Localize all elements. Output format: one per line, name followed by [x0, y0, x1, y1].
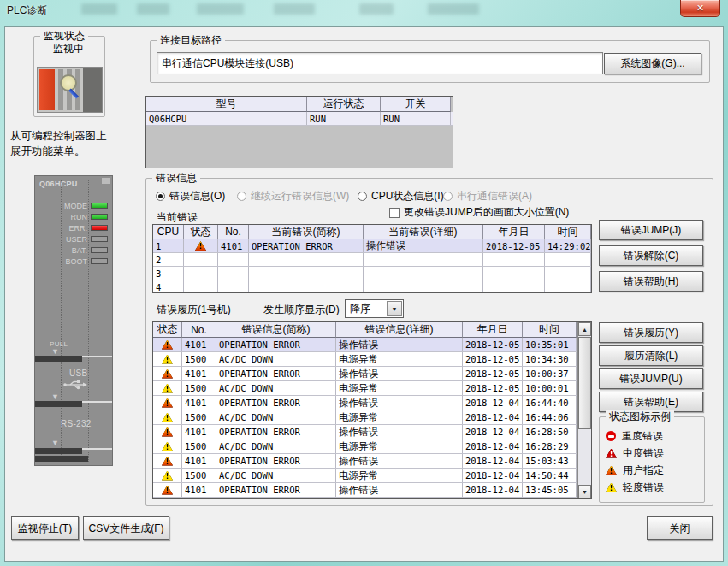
column-header[interactable]: 错误信息(详细): [336, 322, 463, 338]
table-row[interactable]: 4101OPERATION ERROR操作错误2018-12-0416:44:4…: [153, 396, 591, 410]
radio-1[interactable]: 错误信息(O): [156, 189, 225, 203]
table-row[interactable]: 4101OPERATION ERROR操作错误2018-12-0510:00:3…: [153, 367, 591, 381]
table-row[interactable]: 4101OPERATION ERROR操作错误2018-12-0510:35:0…: [153, 338, 591, 352]
column-header[interactable]: 当前错误(简称): [249, 225, 364, 239]
column-header[interactable]: 时间: [545, 225, 591, 239]
history-scrollbar[interactable]: ▲ ▼: [577, 322, 591, 498]
error-history-button[interactable]: 错误履历(Y): [599, 322, 703, 343]
table-row[interactable]: 1500AC/DC DOWN电源异常2018-12-0416:28:29: [153, 439, 591, 454]
table-row[interactable]: 4101OPERATION ERROR操作错误2018-12-0413:45:0…: [153, 483, 591, 498]
scroll-down-icon[interactable]: ▼: [578, 485, 591, 498]
column-header[interactable]: CPU: [153, 225, 184, 239]
user-warning-icon: [162, 398, 173, 408]
column-header[interactable]: 年月日: [463, 322, 523, 338]
monitor-stop-button[interactable]: 监视停止(T): [11, 516, 79, 540]
table-cell: [364, 280, 483, 293]
monitor-status-thumbnail[interactable]: [37, 67, 103, 113]
current-errors-table[interactable]: CPU状态No.当前错误(简称)当前错误(详细)年月日时间14101OPERAT…: [152, 224, 592, 293]
rs232-label: RS-232: [61, 419, 92, 428]
table-row[interactable]: 1500AC/DC DOWN电源异常2018-12-0510:34:30: [153, 352, 591, 367]
connection-path-value: 串行通信CPU模块连接(USB): [162, 56, 293, 71]
module-divider-line: [82, 448, 112, 450]
table-row[interactable]: 3: [153, 267, 591, 280]
usb-icon: [62, 380, 88, 390]
table-cell: 16:28:29: [523, 439, 577, 453]
table-cell: [364, 267, 483, 280]
error-help-button[interactable]: 错误帮助(H): [599, 271, 703, 292]
resize-jump-checkbox[interactable]: 更改错误JUMP后的画面大小位置(N): [389, 205, 569, 220]
error-jump-button[interactable]: 错误JUMP(J): [599, 220, 703, 240]
table-row[interactable]: 4101OPERATION ERROR操作错误2018-12-0416:28:5…: [153, 425, 591, 439]
table-row[interactable]: 14101OPERATION ERROR操作错误2018-12-0514:29:…: [153, 239, 591, 253]
legend-label: 重度错误: [622, 429, 663, 444]
table-row[interactable]: Q06HCPURUNRUN: [146, 112, 453, 126]
radio-label: 串行通信错误(A): [457, 189, 532, 203]
column-header[interactable]: No.: [218, 225, 249, 239]
column-header[interactable]: 时间: [523, 322, 577, 338]
history-clear-button[interactable]: 履历清除(L): [599, 345, 703, 366]
model-table[interactable]: 型号运行状态开关Q06HCPURUNRUN: [145, 96, 453, 168]
table-cell: [153, 352, 182, 366]
user-warning-icon: [162, 486, 173, 495]
table-row[interactable]: 1500AC/DC DOWN电源异常2018-12-0510:00:01: [153, 381, 591, 396]
checkbox-box: [389, 208, 400, 218]
user-warning-icon: [162, 427, 173, 437]
scrollbar-thumb[interactable]: [578, 337, 591, 429]
table-cell: OPERATION ERROR: [216, 338, 336, 351]
column-header[interactable]: 年月日: [483, 225, 545, 239]
error-history-table[interactable]: ▲ ▼ 状态No.错误信息(简称)错误信息(详细)年月日时间4101OPERAT…: [152, 321, 592, 499]
table-cell: [483, 280, 545, 293]
column-header[interactable]: 当前错误(详细): [364, 225, 483, 239]
table-cell: AC/DC DOWN: [216, 439, 336, 453]
table-cell: 电源异常: [336, 352, 463, 366]
column-header[interactable]: No.: [182, 322, 216, 338]
monitor-status-value: 监视中: [33, 42, 104, 56]
error-clear-button[interactable]: 错误解除(C): [599, 245, 703, 266]
plc-rack-red-module: [39, 69, 55, 110]
table-cell: [218, 267, 249, 280]
table-cell: 4101: [182, 483, 216, 497]
table-cell: [545, 253, 591, 266]
table-cell: 4: [153, 280, 184, 293]
table-header-row: 状态No.错误信息(简称)错误信息(详细)年月日时间: [153, 322, 591, 338]
table-row[interactable]: 1500AC/DC DOWN电源异常2018-12-0416:44:06: [153, 410, 591, 425]
column-header[interactable]: 状态: [184, 225, 218, 239]
column-header[interactable]: 错误信息(简称): [216, 322, 336, 338]
column-header: 运行状态: [307, 97, 381, 112]
table-cell: 2018-12-04: [463, 410, 523, 424]
module-divider-line: [82, 401, 112, 403]
dropdown-arrow-icon[interactable]: ▼: [387, 301, 402, 316]
dialog-close-button[interactable]: 关闭: [647, 516, 713, 540]
table-row[interactable]: 2: [153, 253, 591, 267]
table-cell: [249, 253, 364, 266]
table-cell: [153, 367, 182, 380]
table-cell: [218, 280, 249, 293]
column-header[interactable]: 状态: [153, 322, 182, 338]
radio-3[interactable]: CPU状态信息(I): [358, 189, 444, 203]
table-row[interactable]: 4: [153, 280, 591, 293]
connection-path-field[interactable]: 串行通信CPU模块连接(USB): [157, 52, 603, 74]
table-cell: OPERATION ERROR: [249, 239, 364, 252]
history-order-label: 发生顺序显示(D): [263, 303, 340, 317]
history-order-dropdown[interactable]: 降序 ▼: [345, 299, 404, 318]
close-button[interactable]: ✕: [680, 0, 720, 17]
scroll-up-icon[interactable]: ▲: [578, 322, 591, 336]
table-cell: 1500: [182, 352, 216, 366]
led-bat-indicator: [91, 247, 108, 253]
table-row[interactable]: 4101OPERATION ERROR操作错误2018-12-0415:03:4…: [153, 454, 591, 469]
plc-module-graphic[interactable]: Q06HCPU MODERUNERR.USERBAT.BOOT PULL ▼ U…: [34, 175, 113, 466]
history-error-jump-button[interactable]: 错误JUMP(U): [599, 368, 703, 389]
moderate-error-icon: [606, 449, 617, 458]
table-cell: RUN: [307, 112, 381, 125]
table-row[interactable]: 1500AC/DC DOWN电源异常2018-12-0414:50:44: [153, 469, 591, 483]
minor-error-icon: [606, 483, 617, 492]
table-cell: 电源异常: [336, 469, 463, 482]
system-image-button[interactable]: 系统图像(G)...: [604, 53, 701, 74]
table-cell: 4101: [182, 454, 216, 468]
table-cell: OPERATION ERROR: [216, 425, 336, 439]
table-cell: 1500: [182, 439, 216, 453]
table-cell: 2018-12-05: [463, 352, 523, 366]
table-cell: [545, 280, 591, 293]
csv-generate-button[interactable]: CSV文件生成(F): [83, 516, 169, 540]
table-cell: RUN: [381, 112, 451, 125]
